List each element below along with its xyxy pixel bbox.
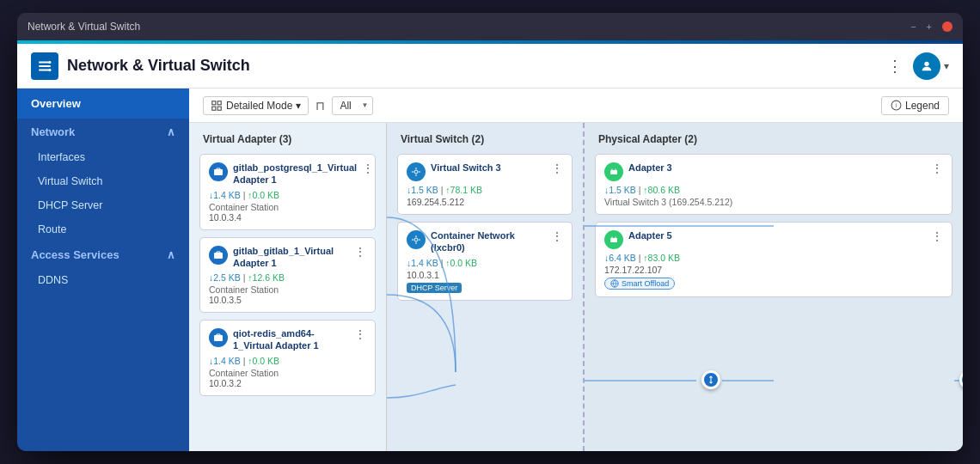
sidebar: Overview Network ∧ Interfaces Virtual Sw…	[17, 89, 189, 451]
va-icon-2	[209, 246, 228, 265]
connector-node-1	[701, 370, 720, 389]
pa-stats-1: ↓1.5 KB | ↑80.6 KB	[604, 185, 943, 195]
svg-rect-3	[212, 101, 216, 104]
sidebar-item-ddns[interactable]: DDNS	[17, 268, 189, 292]
svg-rect-11	[214, 335, 223, 341]
pa-stats-2: ↓6.4 KB | ↑83.0 KB	[604, 253, 943, 263]
svg-rect-9	[214, 169, 223, 175]
pa-desc-1: Virtual Switch 3 (169.254.5.212)	[604, 197, 943, 207]
pa-ip-2: 172.17.22.107	[604, 265, 943, 275]
content-area: Detailed Mode ▾ ⊓ All i Legen	[189, 89, 963, 451]
sidebar-item-route[interactable]: Route	[17, 217, 189, 241]
va-station-2: Container Station	[209, 284, 366, 295]
va-station-1: Container Station	[209, 202, 366, 212]
smart-offload-label: Smart Offload	[622, 279, 669, 288]
pa-smart-offload-2: Smart Offload	[604, 275, 943, 290]
close-button[interactable]	[942, 21, 952, 32]
more-options-button[interactable]: ⋮	[887, 57, 903, 76]
va-menu-2[interactable]: ⋮	[354, 245, 366, 259]
va-card-1: gitlab_postgresql_1_Virtual Adapter 1 ⋮ …	[199, 154, 376, 230]
va-station-3: Container Station	[209, 368, 366, 378]
va-menu-1[interactable]: ⋮	[362, 162, 374, 175]
mode-label: Detailed Mode	[226, 100, 292, 112]
vs-icon-2	[407, 230, 426, 249]
app-window: Network & Virtual Switch − + Network & V…	[17, 13, 963, 451]
sidebar-item-interfaces[interactable]: Interfaces	[17, 145, 189, 169]
pa-card-2: Adapter 5 ⋮ ↓6.4 KB | ↑83.0 KB 172.17.22…	[595, 222, 952, 297]
virtual-switch-column: Virtual Switch (2) Virtual Switch 3 ⋮	[387, 123, 585, 451]
va-name-3: qiot-redis_amd64-1_Virtual Adapter 1	[233, 327, 349, 352]
sidebar-item-overview[interactable]: Overview	[17, 89, 189, 119]
va-stats-3: ↓1.4 KB | ↑0.0 KB	[209, 356, 366, 366]
main-layout: Overview Network ∧ Interfaces Virtual Sw…	[17, 89, 963, 451]
toolbar: Detailed Mode ▾ ⊓ All i Legen	[189, 89, 963, 123]
pa-menu-2[interactable]: ⋮	[931, 229, 943, 243]
vs-ip-2: 10.0.3.1	[407, 270, 563, 280]
svg-point-2	[924, 61, 928, 65]
va-up-1: ↑0.0 KB	[248, 190, 279, 200]
filter-select[interactable]: All	[332, 96, 373, 115]
vs-name-2: Container Network (lxcbr0)	[431, 229, 546, 254]
pa-icon-2	[604, 230, 623, 249]
sidebar-item-virtual-switch[interactable]: Virtual Switch	[17, 169, 189, 193]
svg-point-0	[49, 61, 52, 64]
globe-icon	[610, 279, 619, 288]
svg-rect-10	[214, 253, 223, 259]
legend-icon: i	[891, 100, 902, 111]
sidebar-access-services-section[interactable]: Access Services ∧	[17, 241, 189, 268]
pa-icon-1	[604, 162, 623, 181]
sidebar-item-dhcp-server[interactable]: DHCP Server	[17, 193, 189, 217]
va-card-2: gitlab_gitlab_1_Virtual Adapter 1 ⋮ ↓2.5…	[199, 237, 376, 314]
va-icon-1	[209, 162, 228, 181]
svg-point-1	[49, 69, 52, 71]
va-section-title: Virtual Adapter (3)	[199, 133, 376, 145]
mode-chevron-icon: ▾	[296, 100, 301, 112]
vs-card-2: Container Network (lxcbr0) ⋮ ↓1.4 KB | ↑…	[397, 222, 573, 301]
va-menu-3[interactable]: ⋮	[354, 327, 366, 341]
svg-rect-4	[217, 101, 221, 104]
legend-button[interactable]: i Legend	[881, 96, 949, 115]
pa-section-title: Physical Adapter (2)	[595, 133, 952, 145]
app-icon	[31, 52, 58, 80]
pa-menu-1[interactable]: ⋮	[931, 162, 943, 175]
vs-badge-2: DHCP Server	[407, 280, 563, 293]
vs-name-1: Virtual Switch 3	[431, 162, 546, 174]
vs-menu-1[interactable]: ⋮	[551, 162, 563, 175]
vs-stats-1: ↓1.5 KB | ↑78.1 KB	[407, 185, 563, 195]
physical-adapter-column: Physical Adapter (2) Adapter 3 ⋮	[585, 123, 963, 451]
va-ip-2: 10.0.3.5	[209, 295, 366, 305]
svg-text:i: i	[895, 102, 896, 108]
vs-card-1: Virtual Switch 3 ⋮ ↓1.5 KB | ↑78.1 KB 16…	[397, 154, 573, 215]
view-mode-button[interactable]: Detailed Mode ▾	[203, 96, 309, 115]
window-controls: − +	[910, 21, 952, 32]
grid-icon	[211, 100, 223, 112]
va-icon-3	[209, 328, 228, 347]
vs-menu-2[interactable]: ⋮	[551, 229, 563, 243]
va-ip-1: 10.0.3.4	[209, 212, 366, 223]
network-label: Network	[31, 125, 75, 138]
va-stats-2: ↓2.5 KB | ↑12.6 KB	[209, 272, 366, 283]
vs-icon-1	[407, 162, 426, 181]
avatar-chevron-icon: ▾	[944, 60, 949, 72]
diagram-area: Virtual Adapter (3) gitlab_postgresql_1_…	[189, 123, 963, 451]
va-ip-3: 10.0.3.2	[209, 378, 366, 388]
page-title: Network & Virtual Switch	[67, 57, 887, 75]
avatar[interactable]	[913, 52, 940, 80]
pa-name-1: Adapter 3	[628, 162, 926, 174]
title-bar: Network & Virtual Switch − +	[17, 13, 963, 40]
app-header: Network & Virtual Switch ⋮ ▾	[17, 44, 963, 89]
maximize-text[interactable]: +	[927, 21, 932, 32]
sidebar-network-section[interactable]: Network ∧	[17, 119, 189, 145]
vs-section-title: Virtual Switch (2)	[397, 133, 573, 145]
va-down-1: ↓1.4 KB	[209, 190, 241, 200]
svg-rect-15	[610, 238, 617, 242]
access-services-label: Access Services	[31, 248, 119, 261]
legend-label: Legend	[905, 100, 940, 112]
minimize-text[interactable]: −	[910, 21, 916, 32]
filter-icon: ⊓	[315, 99, 325, 113]
svg-point-13	[414, 238, 418, 241]
title-bar-text: Network & Virtual Switch	[28, 21, 910, 33]
vs-ip-1: 169.254.5.212	[407, 197, 563, 207]
svg-rect-14	[610, 170, 617, 174]
filter-wrapper: All	[332, 96, 373, 115]
